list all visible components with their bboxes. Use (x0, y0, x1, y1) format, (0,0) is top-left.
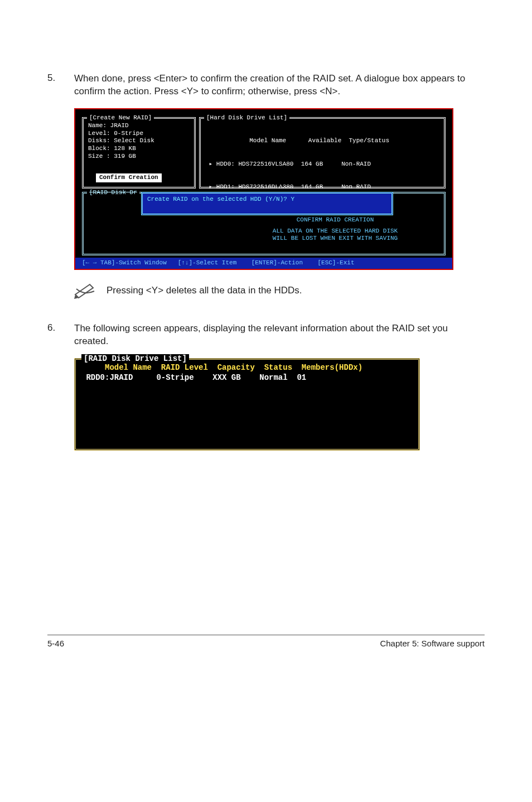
raid-field-block: Block: 128 KB (88, 145, 190, 153)
raid-field-disks: Disks: Select Disk (88, 137, 190, 145)
raid-field-size: Size : 319 GB (88, 153, 190, 161)
raid-disk-list-title: [RAID Disk Dr (87, 189, 139, 197)
hdd-row-0[interactable]: ▸ HDD0: HDS722516VLSA80 164 GB Non-RAID (205, 161, 439, 168)
step-6-text: The following screen appears, displaying… (74, 322, 485, 348)
confirm-prompt-dialog[interactable]: Create RAID on the selected HDD (Y/N)? Y (141, 192, 393, 215)
confirm-creation-button[interactable]: Confirm Creation (96, 173, 162, 182)
raid-list-headers: Model Name RAID Level Capacity Status Me… (76, 362, 418, 373)
pencil-note-icon (74, 282, 96, 299)
raid-field-level: Level: 0-Stripe (88, 130, 190, 138)
hard-disk-list-panel: [Hard Disk Drive List] Model Name Availa… (199, 117, 446, 189)
confirm-prompt-text: Create RAID on the selected HDD (Y/N)? Y (147, 196, 294, 202)
bios-key-legend: [← → TAB]-Switch Window [↑↓]-Select Item… (75, 258, 452, 269)
confirm-warning-line1: ALL DATA ON THE SELECTED HARD DISK (231, 228, 439, 235)
hdd-list-header: Model Name Available Type/Status (205, 137, 439, 145)
bios-dialog-screenshot: [Create New RAID] Name: JRAID Level: 0-S… (74, 108, 453, 270)
raid-list-row-0[interactable]: RDD0:JRAID 0-Stripe XXX GB Normal 01 (76, 373, 418, 382)
confirm-warning-line2: WILL BE LOST WHEN EXIT WITH SAVING (231, 235, 439, 243)
step-6-number: 6. (47, 322, 74, 348)
chapter-label: Chapter 5: Software support (380, 639, 485, 648)
confirm-warning-title: CONFIRM RAID CREATION (231, 216, 439, 224)
step-5: 5. When done, press <Enter> to confirm t… (47, 73, 485, 98)
note-text: Pressing <Y> deletes all the data in the… (107, 285, 302, 296)
hard-disk-list-title: [Hard Disk Drive List] (204, 114, 289, 122)
confirm-warning-area: CONFIRM RAID CREATION ALL DATA ON THE SE… (231, 216, 439, 243)
raid-list-title: [RAID Disk Drive List] (81, 354, 189, 363)
raid-list-screenshot: [RAID Disk Drive List] Model Name RAID L… (74, 358, 420, 451)
create-new-raid-title: [Create New RAID] (87, 114, 154, 122)
page-footer: 5-46 Chapter 5: Software support (47, 635, 485, 648)
step-5-number: 5. (47, 73, 74, 98)
hdd-row-1[interactable]: ▸ HDD1: HDS722516DLA380 164 GB Non-RAID (205, 183, 439, 191)
step-5-text: When done, press <Enter> to confirm the … (74, 73, 485, 98)
note-row: Pressing <Y> deletes all the data in the… (74, 282, 485, 299)
raid-field-name: Name: JRAID (88, 122, 190, 130)
create-new-raid-panel: [Create New RAID] Name: JRAID Level: 0-S… (82, 117, 196, 189)
page-number: 5-46 (47, 639, 64, 648)
step-6: 6. The following screen appears, display… (47, 322, 485, 348)
